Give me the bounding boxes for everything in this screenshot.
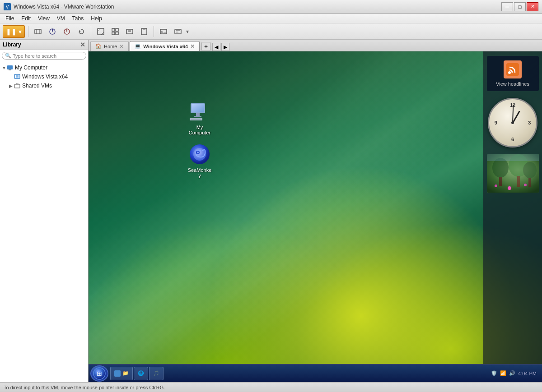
start-button[interactable]: ⊞ [90,365,108,382]
my-computer-label: My Computer [185,124,214,136]
library-title: Library [3,42,21,48]
status-message: To direct input to this VM, move the mou… [4,385,165,390]
svg-rect-38 [192,104,204,112]
taskbar-ie-button[interactable]: 🌐 [134,367,148,380]
svg-text:⊞: ⊞ [97,370,102,377]
network-icon: 📶 [500,370,506,376]
tree-arrow: ▼ [2,65,6,70]
vm-icon [14,73,21,80]
svg-rect-10 [98,28,104,35]
close-button[interactable]: ✕ [527,2,538,11]
fullscreen-button[interactable] [94,25,107,38]
tab-nav-next[interactable]: ▶ [221,43,229,51]
shared-icon [14,82,21,89]
search-icon: 🔍 [5,53,11,59]
rss-label: View headlines [496,81,529,87]
stretch-button[interactable] [123,25,136,38]
svg-rect-52 [487,154,539,193]
title-bar: V Windows Vista x64 - VMware Workstation… [0,0,542,14]
computer-icon [6,64,14,71]
tab-nav-prev[interactable]: ◀ [212,43,220,51]
rss-gadget[interactable]: View headlines [487,56,539,91]
library-close-button[interactable]: ✕ [80,41,85,48]
gadget-sidebar: View headlines 12 3 6 9 [483,51,542,364]
desktop-icon-seamonkey[interactable]: SeaMonkey [183,142,216,180]
menu-edit[interactable]: Edit [18,14,34,23]
svg-point-61 [524,184,527,186]
menu-file[interactable]: File [2,14,18,23]
content-area: 🏠 Home ✕ 💻 Windows Vista x64 ✕ + ◀ ▶ [89,40,542,382]
svg-point-60 [508,186,511,190]
my-computer-label: My Computer [15,65,47,71]
extra-dropdown[interactable]: ▾ [186,28,189,35]
svg-rect-16 [116,28,118,31]
clock-3: 3 [528,120,531,125]
svg-rect-35 [14,84,20,88]
menu-view[interactable]: View [34,14,53,23]
taskbar-media-label: 🎵 [153,370,159,376]
vista-desktop-background [89,51,542,382]
tab-bar: 🏠 Home ✕ 💻 Windows Vista x64 ✕ + ◀ ▶ [89,40,542,51]
svg-line-26 [161,32,163,33]
svg-rect-31 [7,65,13,69]
menu-vm[interactable]: VM [53,14,69,23]
menu-bar: File Edit View VM Tabs Help [0,14,542,23]
svg-rect-18 [116,32,118,35]
library-panel: Library ✕ 🔍 ▼ My Computer Win [0,40,89,382]
taskbar-explorer-label: 📁 [122,370,129,376]
power-off-button[interactable] [61,25,73,38]
tree-shared-item[interactable]: ▶ Shared VMs [7,81,88,90]
unity-button[interactable] [109,25,121,38]
svg-rect-39 [196,113,200,116]
sound-icon: 🔊 [509,370,515,376]
svg-rect-54 [499,177,502,186]
minimize-button[interactable]: ─ [501,2,513,11]
tree-my-computer[interactable]: ▼ My Computer [0,63,88,72]
tree-vm-item[interactable]: Windows Vista x64 [7,72,88,81]
clock-gadget[interactable]: 12 3 6 9 [488,98,537,148]
taskbar-explorer-button[interactable]: 📁 [110,367,133,380]
taskbar-media-button[interactable]: 🎵 [149,367,164,380]
tab-nav: ◀ ▶ [212,43,229,51]
maximize-button[interactable]: □ [514,2,526,11]
clock-face: 12 3 6 9 [491,101,535,145]
reset-button[interactable] [75,25,88,38]
library-search-box[interactable]: 🔍 [2,52,86,60]
svg-rect-2 [35,29,41,34]
seamonkey-label: SeaMonkey [185,167,214,179]
tab-vm-label: Windows Vista x64 [143,44,188,49]
tab-home[interactable]: 🏠 Home ✕ [90,41,129,51]
menu-tabs[interactable]: Tabs [69,14,87,23]
toolbar-separator-3 [154,26,154,37]
library-tree: ▼ My Computer Windows Vista x64 ▶ [0,61,88,382]
svg-rect-65 [114,370,121,377]
tab-home-close[interactable]: ✕ [119,43,124,50]
vm-label: Windows Vista x64 [22,74,68,80]
clock-9: 9 [495,120,497,125]
vm-display[interactable]: My Computer [89,51,542,382]
photo-gadget[interactable] [487,154,539,193]
security-icon: 🛡️ [491,370,497,376]
power-on-button[interactable] [46,25,59,38]
console-button[interactable] [157,25,170,38]
photo-content [487,154,539,193]
tab-vm[interactable]: 💻 Windows Vista x64 ✕ [130,41,200,51]
extra-button[interactable] [172,25,184,38]
search-input[interactable] [13,53,83,59]
svg-point-51 [508,71,511,74]
svg-marker-9 [79,30,81,32]
desktop-icon-my-computer[interactable]: My Computer [183,99,216,138]
menu-help[interactable]: Help [87,14,106,23]
tab-vm-close[interactable]: ✕ [190,43,195,50]
stretch2-button[interactable] [138,25,150,38]
pause-button[interactable]: ❚❚ ▾ [3,25,25,38]
svg-rect-17 [112,32,115,35]
status-bar: To direct input to this VM, move the mou… [0,382,542,392]
ctrl-alt-del-button[interactable] [32,25,44,38]
svg-line-25 [161,31,163,32]
main-area: Library ✕ 🔍 ▼ My Computer Win [0,40,542,382]
svg-point-46 [197,152,199,153]
my-computer-icon-img [189,101,210,122]
svg-rect-34 [16,75,19,78]
tab-add-button[interactable]: + [201,42,210,51]
